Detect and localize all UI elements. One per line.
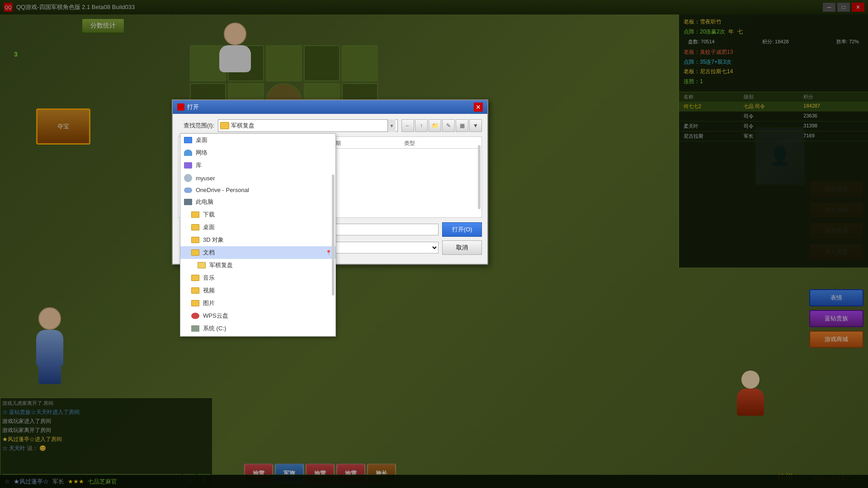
dropdown-item-desktop2[interactable]: 桌面 (180, 221, 335, 234)
scrollbar[interactable] (478, 145, 481, 209)
dropdown-scrollbar[interactable] (332, 174, 335, 296)
dropdown-item-library[interactable]: 库 (180, 159, 335, 172)
pc-icon (184, 199, 192, 205)
dialog-titlebar: 打开 ✕ (173, 100, 487, 114)
wps-icon (191, 313, 199, 319)
folder-icon (191, 275, 199, 281)
dialog-title-text: 打开 (187, 103, 199, 111)
nav-buttons: ← ↑ 📁 ✎ ▦ ▼ (401, 119, 482, 132)
col-date-header: 日期 (330, 140, 404, 147)
dropdown-item-thispc[interactable]: 此电脑 (180, 196, 335, 208)
dialog-overlay: 打开 ✕ 查找范围(I): 军棋复盘 ▼ ← ↑ 📁 ✎ ▦ (0, 0, 868, 488)
dropdown-item-network[interactable]: 网络 (180, 146, 335, 159)
folder-icon (191, 237, 199, 243)
path-text: 军棋复盘 (231, 122, 386, 130)
folder-icon (191, 287, 199, 294)
dropdown-item-pictures[interactable]: 图片 (180, 297, 335, 310)
path-dropdown-arrow[interactable]: ▼ (387, 119, 396, 132)
nav-new-folder-button[interactable]: 📁 (429, 119, 441, 132)
dropdown-item-junjifupan[interactable]: 军棋复盘 (180, 259, 335, 272)
cancel-button[interactable]: 取消 (442, 240, 482, 255)
dropdown-item-video[interactable]: 视频 (180, 284, 335, 297)
folder-icon (191, 249, 199, 256)
path-bar: 军棋复盘 ▼ (218, 119, 398, 132)
dropdown-list: 桌面 网络 库 myuser OneDrive - Personal 此电脑 下… (180, 133, 336, 337)
cloud-icon (184, 188, 192, 193)
col-type-header: 类型 (404, 140, 478, 147)
library-icon (184, 162, 192, 169)
nav-up-button[interactable]: ↑ (415, 119, 428, 132)
drive-c-icon (191, 325, 199, 332)
dialog-title-icon (177, 103, 184, 111)
folder-icon (184, 137, 192, 143)
dropdown-item-onedrive[interactable]: OneDrive - Personal (180, 184, 335, 196)
nav-rename-button[interactable]: ✎ (442, 119, 455, 132)
dropdown-item-myuser[interactable]: myuser (180, 172, 335, 184)
path-folder-icon (220, 122, 229, 129)
open-button[interactable]: 打开(O) (442, 222, 482, 237)
dropdown-item-3d[interactable]: 3D 对象 (180, 234, 335, 246)
folder-icon (191, 211, 199, 218)
dropdown-item-ddrive[interactable]: 软件 (D:) (180, 335, 335, 337)
folder-sub-icon (198, 262, 206, 268)
dropdown-item-cdrive[interactable]: 系统 (C:) (180, 322, 335, 335)
dropdown-item-music[interactable]: 音乐 (180, 272, 335, 284)
dialog-close-button[interactable]: ✕ (474, 103, 483, 112)
nav-view-down-button[interactable]: ▼ (469, 119, 482, 132)
search-range-row: 查找范围(I): 军棋复盘 ▼ ← ↑ 📁 ✎ ▦ ▼ (178, 119, 482, 132)
folder-icon (191, 300, 199, 306)
dropdown-item-downloads[interactable]: 下载 (180, 208, 335, 221)
nav-back-button[interactable]: ← (401, 119, 414, 132)
network-icon (184, 150, 192, 156)
dropdown-item-wpscloud1[interactable]: WPS云盘 (180, 310, 335, 322)
dropdown-item-documents[interactable]: 文档 📍 (180, 246, 335, 259)
search-label: 查找范围(I): (178, 122, 214, 130)
folder-icon (191, 224, 199, 230)
user-icon (184, 174, 192, 182)
dropdown-item-desktop[interactable]: 桌面 (180, 134, 335, 146)
nav-view-button[interactable]: ▦ (456, 119, 468, 132)
